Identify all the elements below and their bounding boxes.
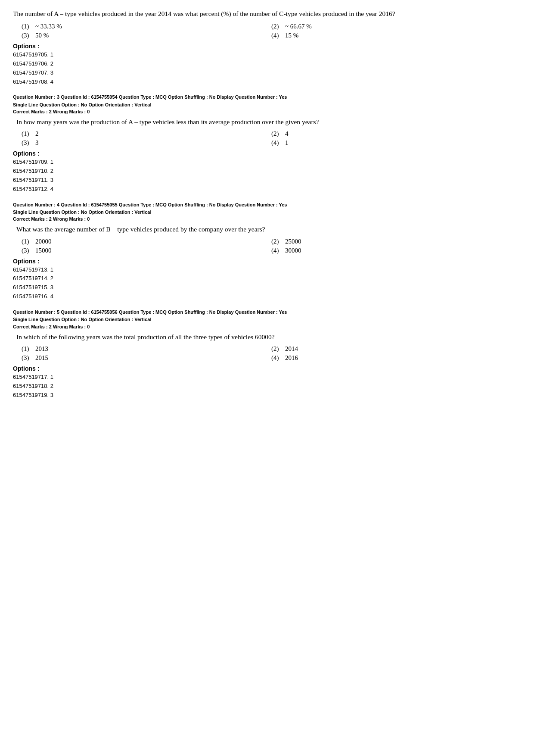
q4-opt2-val: 25000	[285, 238, 301, 245]
q2-opt-id-3: 61547519707. 3	[13, 69, 521, 78]
q3-opt1-num: (1)	[22, 130, 30, 137]
q5-option-3: (3) 2015	[22, 354, 271, 362]
q3-opt-id-3: 61547519711. 3	[13, 176, 521, 185]
q2-opt-id-2: 61547519706. 2	[13, 59, 521, 69]
q2-options-list: 61547519705. 1 61547519706. 2 6154751970…	[13, 50, 521, 86]
q4-opt4-val: 30000	[285, 247, 301, 254]
q5-option-1: (1) 2013	[22, 345, 271, 353]
q5-option-4: (4) 2016	[271, 354, 521, 362]
q2-option-2: (2) ~ 66.67 %	[271, 23, 521, 30]
q5-opt1-val: 2013	[35, 345, 48, 353]
q4-correct-marks: Correct Marks : 2 Wrong Marks : 0	[13, 216, 521, 222]
question-5-block: Question Number : 5 Question Id : 615475…	[13, 309, 521, 400]
q3-opt3-num: (3)	[22, 139, 30, 147]
q4-option-1: (1) 20000	[22, 238, 271, 245]
q2-opt2-val: ~ 66.67 %	[285, 23, 312, 30]
q3-opt3-val: 3	[35, 139, 39, 147]
q4-opt-id-1: 61547519713. 1	[13, 266, 521, 275]
q2-opt4-val: 15 %	[285, 32, 298, 39]
q4-options-list: 61547519713. 1 61547519714. 2 6154751971…	[13, 266, 521, 301]
q3-opt2-num: (2)	[271, 130, 280, 137]
q3-meta-line2: Single Line Question Option : No Option …	[13, 102, 521, 108]
q2-opt4-num: (4)	[271, 32, 280, 39]
q5-options-list: 61547519717. 1 61547519718. 2 6154751971…	[13, 373, 521, 400]
q4-question-text: What was the average number of B – type …	[13, 224, 521, 234]
q3-opt4-val: 1	[285, 139, 289, 147]
q4-opt3-num: (3)	[22, 247, 30, 254]
q5-opt3-num: (3)	[22, 354, 30, 362]
q2-opt3-num: (3)	[22, 32, 30, 39]
q4-opt4-num: (4)	[271, 247, 280, 254]
q2-opt2-num: (2)	[271, 23, 280, 30]
q3-options-list: 61547519709. 1 61547519710. 2 6154751971…	[13, 158, 521, 194]
q5-options-label: Options :	[13, 365, 521, 372]
q3-options-grid: (1) 2 (2) 4 (3) 3 (4) 1	[22, 130, 521, 147]
q2-opt-id-4: 61547519708. 4	[13, 78, 521, 87]
q4-opt3-val: 15000	[35, 247, 52, 254]
q5-question-text: In which of the following years was the …	[13, 332, 521, 342]
question-4-block: Question Number : 4 Question Id : 615475…	[13, 202, 521, 301]
q5-opt1-num: (1)	[22, 345, 30, 353]
q5-option-2: (2) 2014	[271, 345, 521, 353]
q4-opt2-num: (2)	[271, 238, 280, 245]
q4-meta-line1: Question Number : 4 Question Id : 615475…	[13, 202, 521, 208]
q5-correct-marks: Correct Marks : 2 Wrong Marks : 0	[13, 324, 521, 329]
q4-option-2: (2) 25000	[271, 238, 521, 245]
q3-opt2-val: 4	[285, 130, 289, 137]
q3-options-label: Options :	[13, 150, 521, 157]
q4-opt-id-4: 61547519716. 4	[13, 292, 521, 301]
q3-opt-id-1: 61547519709. 1	[13, 158, 521, 167]
q3-opt1-val: 2	[35, 130, 39, 137]
q4-opt1-num: (1)	[22, 238, 30, 245]
q4-option-3: (3) 15000	[22, 247, 271, 254]
q4-opt-id-2: 61547519714. 2	[13, 274, 521, 283]
q2-opt1-num: (1)	[22, 23, 30, 30]
q3-opt4-num: (4)	[271, 139, 280, 147]
q4-options-grid: (1) 20000 (2) 25000 (3) 15000 (4) 30000	[22, 238, 521, 254]
q5-options-grid: (1) 2013 (2) 2014 (3) 2015 (4) 2016	[22, 345, 521, 362]
question-3-block: Question Number : 3 Question Id : 615475…	[13, 94, 521, 194]
q3-question-text: In how many years was the production of …	[13, 117, 521, 127]
q5-opt2-val: 2014	[285, 345, 298, 353]
q2-options-label: Options :	[13, 43, 521, 50]
q3-option-3: (3) 3	[22, 139, 271, 147]
q2-option-3: (3) 50 %	[22, 32, 271, 39]
q4-opt-id-3: 61547519715. 3	[13, 283, 521, 292]
q2-opt1-val: ~ 33.33 %	[35, 23, 62, 30]
q3-meta-line1: Question Number : 3 Question Id : 615475…	[13, 94, 521, 100]
q2-option-4: (4) 15 %	[271, 32, 521, 39]
q2-opt-id-1: 61547519705. 1	[13, 50, 521, 59]
intro-text: The number of A – type vehicles produced…	[13, 9, 521, 19]
q4-option-4: (4) 30000	[271, 247, 521, 254]
q2-opt3-val: 50 %	[35, 32, 49, 39]
q3-correct-marks: Correct Marks : 2 Wrong Marks : 0	[13, 109, 521, 114]
q4-opt1-val: 20000	[35, 238, 52, 245]
q5-meta-line2: Single Line Question Option : No Option …	[13, 316, 521, 323]
q4-meta-line2: Single Line Question Option : No Option …	[13, 209, 521, 216]
q5-opt4-num: (4)	[271, 354, 280, 362]
q2-option-1: (1) ~ 33.33 %	[22, 23, 271, 30]
q3-opt-id-2: 61547519710. 2	[13, 167, 521, 176]
q3-option-1: (1) 2	[22, 130, 271, 137]
q5-meta-line1: Question Number : 5 Question Id : 615475…	[13, 309, 521, 316]
q3-option-2: (2) 4	[271, 130, 521, 137]
q5-opt4-val: 2016	[285, 354, 298, 362]
q3-opt-id-4: 61547519712. 4	[13, 185, 521, 194]
q3-option-4: (4) 1	[271, 139, 521, 147]
q5-opt-id-1: 61547519717. 1	[13, 373, 521, 382]
q4-options-label: Options :	[13, 258, 521, 265]
q2-options-grid: (1) ~ 33.33 % (2) ~ 66.67 % (3) 50 % (4)…	[22, 23, 521, 39]
q5-opt3-val: 2015	[35, 354, 48, 362]
q5-opt-id-2: 61547519718. 2	[13, 382, 521, 391]
q5-opt-id-3: 61547519719. 3	[13, 391, 521, 400]
q5-opt2-num: (2)	[271, 345, 280, 353]
